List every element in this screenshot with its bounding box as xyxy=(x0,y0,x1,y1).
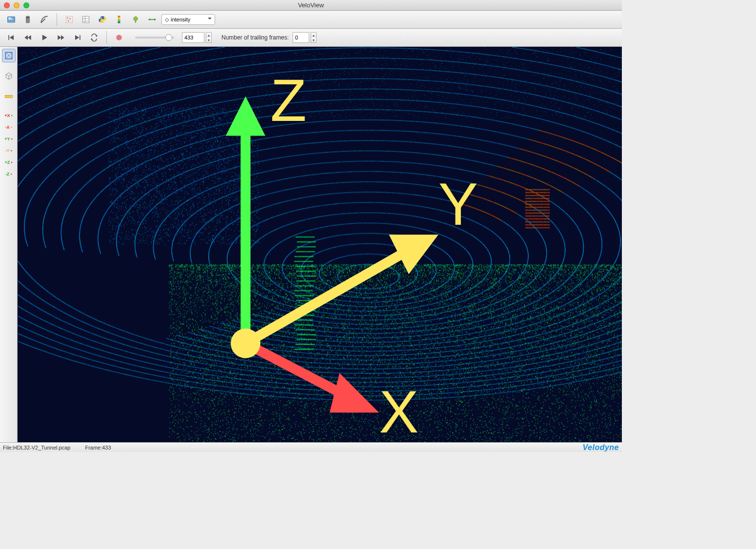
main-toolbar: ◇intensity xyxy=(0,11,622,29)
gps-button[interactable] xyxy=(145,13,159,26)
svg-text:Z: Z xyxy=(270,67,306,134)
svg-rect-6 xyxy=(66,16,72,22)
svg-marker-27 xyxy=(58,35,61,40)
svg-marker-32 xyxy=(91,39,93,40)
svg-marker-26 xyxy=(42,35,47,40)
svg-rect-1 xyxy=(8,18,11,19)
window-title: VeloView xyxy=(0,1,622,9)
loop-button[interactable] xyxy=(87,31,101,44)
svg-rect-18 xyxy=(135,21,136,23)
svg-marker-21 xyxy=(154,19,156,21)
svg-point-7 xyxy=(67,17,68,19)
go-to-start-button[interactable] xyxy=(4,31,19,44)
trailing-frames-input[interactable]: 0 xyxy=(293,32,309,43)
svg-point-14 xyxy=(101,17,102,18)
color-by-value: intensity xyxy=(171,17,190,22)
view-neg-z-button[interactable]: -Z▪ xyxy=(2,169,16,179)
svg-text:X: X xyxy=(379,379,418,442)
svg-marker-24 xyxy=(24,35,28,40)
sensor-button[interactable] xyxy=(20,13,35,26)
svg-marker-31 xyxy=(96,36,98,37)
brand-logo: Velodyne xyxy=(582,443,619,452)
svg-rect-37 xyxy=(5,96,12,98)
orthographic-button[interactable] xyxy=(2,69,16,83)
view-toolbar: +X▪ -X▪ +Y▪ -Y▪ +Z▪ -Z▪ xyxy=(0,47,18,442)
view-pos-y-button[interactable]: +Y▪ xyxy=(2,134,16,144)
select-points-button[interactable] xyxy=(62,13,77,26)
view-pos-x-button[interactable]: +X▪ xyxy=(2,110,16,121)
point-cloud-viewport[interactable]: Z Y X xyxy=(18,47,622,442)
view-pos-z-button[interactable]: +Z▪ xyxy=(2,157,16,168)
color-by-dropdown[interactable]: ◇intensity xyxy=(161,14,215,25)
status-file-value: HDL32-V2_Tunnel.pcap xyxy=(13,445,71,451)
python-console-button[interactable] xyxy=(95,13,110,26)
svg-rect-10 xyxy=(82,16,89,22)
axis-gizmo: Z Y X xyxy=(18,47,622,442)
svg-line-44 xyxy=(245,245,418,344)
svg-marker-48 xyxy=(330,373,379,412)
trailing-frames-label: Number of trailing frames: xyxy=(221,34,289,41)
view-neg-x-button[interactable]: -X▪ xyxy=(2,122,16,133)
trailing-frames-spinner[interactable]: ▲▼ xyxy=(311,32,317,43)
frame-slider[interactable] xyxy=(135,37,174,39)
svg-point-17 xyxy=(134,17,138,20)
go-to-end-button[interactable] xyxy=(70,31,85,44)
svg-point-8 xyxy=(69,18,71,20)
svg-marker-23 xyxy=(10,35,14,40)
svg-marker-29 xyxy=(75,35,79,40)
svg-rect-4 xyxy=(27,17,29,19)
step-forward-button[interactable] xyxy=(54,31,68,44)
spreadsheet-button[interactable] xyxy=(79,13,93,26)
svg-marker-28 xyxy=(61,35,64,40)
svg-rect-22 xyxy=(8,35,9,40)
crop-returns-button[interactable] xyxy=(128,13,143,26)
status-frame-label: Frame: xyxy=(85,445,102,451)
status-bar: File: HDL32-V2_Tunnel.pcap Frame: 433 Ve… xyxy=(0,442,622,452)
color-map-button[interactable] xyxy=(112,13,126,26)
svg-text:Y: Y xyxy=(438,171,478,237)
frame-spinner[interactable]: ▲▼ xyxy=(206,32,212,43)
svg-rect-2 xyxy=(8,19,12,20)
frame-number-input[interactable]: 433 xyxy=(182,32,204,43)
svg-marker-42 xyxy=(226,96,265,136)
svg-point-9 xyxy=(68,20,69,21)
svg-marker-20 xyxy=(149,19,150,21)
ruler-button[interactable] xyxy=(2,90,16,103)
svg-point-15 xyxy=(103,21,104,22)
svg-point-33 xyxy=(116,35,122,40)
svg-rect-30 xyxy=(80,35,80,40)
separator xyxy=(57,13,57,26)
svg-marker-25 xyxy=(28,35,31,40)
svg-rect-16 xyxy=(118,16,120,23)
reset-camera-button[interactable] xyxy=(2,49,16,62)
view-neg-y-button[interactable]: -Y▪ xyxy=(2,145,16,156)
status-file-label: File: xyxy=(3,445,13,451)
status-frame-value: 433 xyxy=(102,445,111,451)
separator xyxy=(106,31,107,44)
svg-point-50 xyxy=(231,329,260,358)
step-back-button[interactable] xyxy=(20,31,35,44)
record-button[interactable] xyxy=(112,31,126,44)
main-area: +X▪ -X▪ +Y▪ -Y▪ +Z▪ -Z▪ Z Y X xyxy=(0,47,622,442)
titlebar: VeloView xyxy=(0,0,622,11)
playback-toolbar: 433 ▲▼ Number of trailing frames: 0 ▲▼ xyxy=(0,29,622,47)
play-button[interactable] xyxy=(37,31,52,44)
measure-button[interactable] xyxy=(37,13,52,26)
open-file-button[interactable] xyxy=(4,13,19,26)
